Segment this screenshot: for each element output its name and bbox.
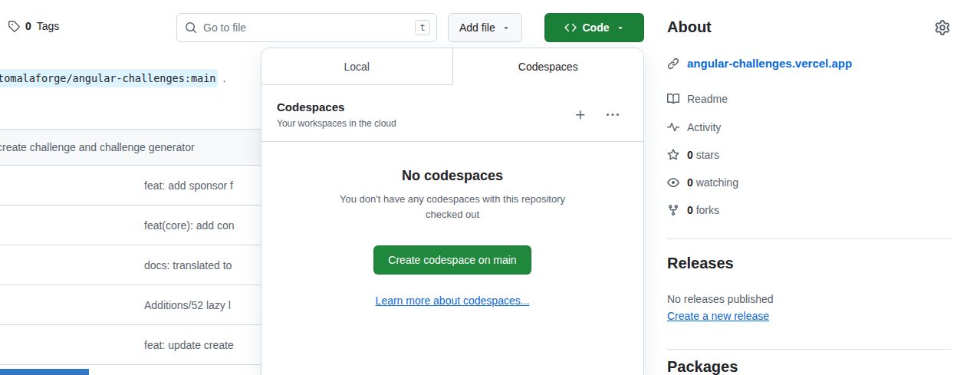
latest-commit-message: create challenge and challenge generator	[0, 141, 195, 153]
link-icon	[667, 58, 679, 70]
releases-empty-text: No releases published	[667, 293, 774, 305]
tags-link[interactable]: 0 Tags	[8, 20, 59, 32]
eye-icon	[667, 176, 679, 189]
forks-label: forks	[696, 204, 719, 216]
pulse-icon	[667, 121, 679, 133]
releases-heading: Releases	[667, 255, 734, 272]
codespaces-options-button[interactable]	[603, 106, 622, 124]
code-button[interactable]: Code	[544, 13, 644, 42]
tags-label: Tags	[37, 20, 60, 32]
sidebar-item-readme[interactable]: Readme	[667, 93, 728, 105]
tab-local[interactable]: Local	[261, 48, 453, 85]
new-codespace-button[interactable]	[571, 106, 590, 124]
code-icon	[564, 21, 577, 34]
add-file-label: Add file	[459, 21, 495, 34]
codespaces-title: Codespaces	[277, 100, 396, 113]
create-release-link[interactable]: Create a new release	[667, 310, 769, 322]
book-icon	[667, 93, 679, 105]
readme-label: Readme	[687, 93, 728, 105]
stars-label: stars	[696, 149, 719, 161]
empty-state-description: You don't have any codespaces with this …	[330, 192, 575, 222]
sidebar-item-forks[interactable]: 0 forks	[667, 204, 719, 216]
code-dropdown-panel: Local Codespaces Codespaces Your workspa…	[261, 48, 644, 375]
code-button-label: Code	[583, 21, 610, 34]
tab-codespaces[interactable]: Codespaces	[453, 48, 644, 85]
website-link[interactable]: angular-challenges.vercel.app	[687, 57, 852, 70]
about-heading: About	[667, 18, 712, 36]
chevron-down-icon	[502, 23, 511, 32]
commit-message-link[interactable]: docs: translated to	[0, 259, 232, 271]
about-sidebar: About angular-challenges.vercel.app Read…	[667, 0, 951, 375]
commit-message-link[interactable]: feat: add sponsor f	[0, 179, 233, 192]
sidebar-item-stars[interactable]: 0 stars	[667, 149, 719, 161]
stars-count: 0	[687, 149, 693, 161]
commit-message-link[interactable]: feat: update create	[0, 339, 234, 351]
go-to-file-search[interactable]: t	[176, 13, 437, 42]
tag-icon	[8, 20, 20, 32]
search-icon	[185, 21, 197, 34]
commit-message-link[interactable]: Additions/52 lazy l	[0, 299, 231, 311]
language-bar-segment	[0, 369, 89, 375]
star-icon	[667, 149, 679, 161]
branch-ref-text: tomalaforge/angular-challenges:main	[0, 69, 218, 87]
packages-heading: Packages	[667, 358, 738, 375]
sidebar-divider	[667, 349, 951, 350]
website-row: angular-challenges.vercel.app	[667, 57, 852, 70]
github-repo-page: 0 Tags t Add file Code tomalaforge/angul…	[0, 0, 980, 375]
fork-icon	[667, 204, 679, 216]
watching-label: watching	[696, 176, 738, 189]
sidebar-item-activity[interactable]: Activity	[667, 121, 721, 133]
activity-label: Activity	[687, 121, 721, 133]
sidebar-item-watching[interactable]: 0 watching	[667, 176, 738, 189]
plus-icon	[574, 109, 587, 121]
branch-reference-snippet: tomalaforge/angular-challenges:main.	[0, 72, 225, 84]
forks-count: 0	[687, 204, 693, 216]
learn-more-link[interactable]: Learn more about codespaces...	[376, 294, 530, 307]
sidebar-divider	[667, 238, 951, 239]
watching-count: 0	[687, 176, 693, 189]
kebab-horizontal-icon	[607, 109, 619, 121]
code-dropdown-tabs: Local Codespaces	[261, 48, 643, 85]
codespaces-header: Codespaces Your workspaces in the cloud	[261, 85, 643, 142]
create-codespace-button[interactable]: Create codespace on main	[373, 245, 531, 275]
add-file-button[interactable]: Add file	[448, 13, 522, 42]
codespaces-empty-state: No codespaces You don't have any codespa…	[261, 142, 643, 308]
chevron-down-icon	[616, 23, 625, 32]
tags-count: 0	[25, 20, 31, 32]
empty-state-title: No codespaces	[261, 168, 643, 184]
commit-message-link[interactable]: feat(core): add con	[0, 219, 235, 232]
search-input[interactable]	[203, 21, 415, 34]
keyboard-shortcut-badge: t	[415, 20, 430, 35]
codespaces-subtitle: Your workspaces in the cloud	[277, 118, 396, 129]
